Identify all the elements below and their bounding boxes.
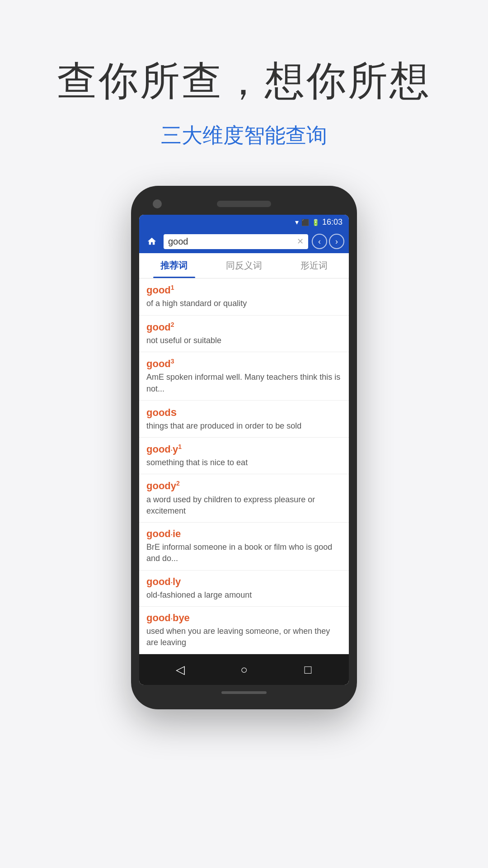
- signal-icon: ⬛: [301, 219, 309, 226]
- status-icons: ▾ ⬛ 🔋 16:03: [295, 217, 343, 227]
- entry-def-goody2: a word used by children to express pleas…: [146, 494, 342, 517]
- entry-goodie[interactable]: good·ie BrE informal someone in a book o…: [139, 523, 349, 570]
- entry-list: good1 of a high standard or quality good…: [139, 278, 349, 654]
- status-bar: ▾ ⬛ 🔋 16:03: [139, 215, 349, 230]
- entry-def-good3: AmE spoken informal well. Many teachers …: [146, 372, 342, 394]
- entry-word-goodly: good·ly: [146, 576, 342, 588]
- tab-similar[interactable]: 形近词: [279, 253, 349, 278]
- search-bar: good ✕ ‹ ›: [139, 230, 349, 253]
- phone-screen: ▾ ⬛ 🔋 16:03 good ✕ ‹ › 推荐词: [139, 215, 349, 685]
- battery-icon: 🔋: [312, 219, 319, 226]
- back-button[interactable]: ◁: [169, 661, 192, 678]
- home-button[interactable]: [144, 233, 160, 250]
- status-time: 16:03: [322, 217, 343, 227]
- entry-def-goodly: old-fashioned a large amount: [146, 590, 342, 601]
- entry-goody2[interactable]: goody2 a word used by children to expres…: [139, 474, 349, 523]
- entry-def-good1: of a high standard or quality: [146, 298, 342, 309]
- entry-good2[interactable]: good2 not useful or suitable: [139, 316, 349, 353]
- recents-button[interactable]: □: [296, 661, 319, 678]
- nav-arrows: ‹ ›: [312, 234, 344, 249]
- phone-top: [139, 199, 349, 215]
- prev-arrow-button[interactable]: ‹: [312, 234, 327, 249]
- wifi-icon: ▾: [295, 218, 299, 226]
- entry-word-goody1: good·y1: [146, 443, 342, 455]
- bottom-nav: ◁ ○ □: [139, 654, 349, 685]
- entry-def-good2: not useful or suitable: [146, 335, 342, 346]
- entry-word-goods: goods: [146, 406, 342, 419]
- tab-recommended[interactable]: 推荐词: [139, 253, 209, 278]
- entry-word-good2: good2: [146, 321, 342, 333]
- entry-word-good1: good1: [146, 284, 342, 296]
- entry-word-goodbye: good·bye: [146, 612, 342, 624]
- phone-camera: [153, 199, 162, 208]
- entry-word-goodie: good·ie: [146, 528, 342, 540]
- entry-def-goodie: BrE informal someone in a book or film w…: [146, 542, 342, 564]
- entry-goods[interactable]: goods things that are produced in order …: [139, 401, 349, 438]
- entry-good1[interactable]: good1 of a high standard or quality: [139, 278, 349, 316]
- hero-title: 查你所查，想你所想: [57, 54, 431, 108]
- home-nav-button[interactable]: ○: [233, 661, 255, 678]
- search-input-wrapper[interactable]: good ✕: [164, 234, 308, 249]
- entry-good3[interactable]: good3 AmE spoken informal well. Many tea…: [139, 352, 349, 401]
- bottom-indicator-bar: [221, 691, 267, 694]
- tab-synonyms[interactable]: 同反义词: [209, 253, 279, 278]
- search-input[interactable]: good: [168, 236, 297, 247]
- phone-mockup: ▾ ⬛ 🔋 16:03 good ✕ ‹ › 推荐词: [131, 186, 357, 709]
- next-arrow-button[interactable]: ›: [329, 234, 344, 249]
- clear-button[interactable]: ✕: [297, 236, 304, 246]
- entry-def-goody1: something that is nice to eat: [146, 457, 342, 468]
- entry-goodly[interactable]: good·ly old-fashioned a large amount: [139, 571, 349, 607]
- entry-goodbye[interactable]: good·bye used when you are leaving someo…: [139, 607, 349, 654]
- entry-goody1[interactable]: good·y1 something that is nice to eat: [139, 438, 349, 475]
- entry-def-goodbye: used when you are leaving someone, or wh…: [146, 626, 342, 648]
- phone-speaker: [217, 201, 271, 207]
- entry-word-goody2: goody2: [146, 480, 342, 492]
- entry-def-goods: things that are produced in order to be …: [146, 420, 342, 432]
- hero-subtitle: 三大维度智能查询: [161, 122, 327, 150]
- entry-word-good3: good3: [146, 358, 342, 370]
- tabs-container: 推荐词 同反义词 形近词: [139, 253, 349, 278]
- phone-bottom-bar: [139, 685, 349, 697]
